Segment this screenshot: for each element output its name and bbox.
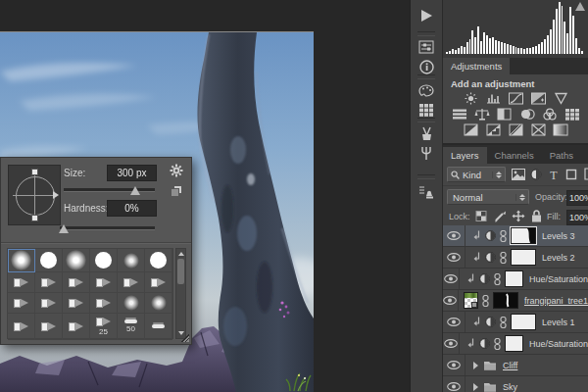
- popup-resize-grip[interactable]: [181, 334, 189, 342]
- layer-name[interactable]: Cliff: [503, 361, 517, 370]
- layer-name[interactable]: Levels 3: [542, 231, 575, 241]
- layer-mask-thumbnail[interactable]: [511, 227, 536, 244]
- brush-preset-5[interactable]: [118, 249, 145, 272]
- mask-link-icon[interactable]: [500, 230, 507, 242]
- eye-icon[interactable]: [443, 290, 459, 311]
- mask-link-icon[interactable]: [500, 317, 507, 328]
- brush-preset-18[interactable]: [145, 293, 172, 314]
- group-expand-icon[interactable]: [473, 362, 478, 369]
- eye-icon[interactable]: [443, 376, 466, 392]
- mask-link-icon[interactable]: [494, 273, 501, 285]
- layer-row-levels-2[interactable]: Levels 2: [443, 247, 588, 269]
- brush-presets-icon[interactable]: [416, 123, 437, 143]
- fill-value[interactable]: 100%: [566, 210, 588, 225]
- brush-angle-preview[interactable]: [8, 165, 61, 225]
- brush-preset-16[interactable]: [90, 293, 118, 314]
- layer-row-cliff[interactable]: Cliff: [443, 355, 588, 376]
- threshold-icon[interactable]: [508, 123, 524, 136]
- layer-mask-thumbnail[interactable]: [511, 314, 536, 330]
- layer-name[interactable]: Hue/Saturation: [529, 274, 588, 284]
- gradient-map-icon[interactable]: [553, 123, 569, 136]
- brush-preset-12[interactable]: [145, 272, 172, 293]
- play-icon[interactable]: [416, 6, 437, 25]
- histogram-warning-icon[interactable]: [575, 2, 585, 11]
- hardness-slider[interactable]: [60, 226, 155, 230]
- eye-icon[interactable]: [443, 333, 460, 354]
- group-expand-icon[interactable]: [473, 383, 478, 391]
- lock-all-icon[interactable]: [529, 210, 543, 222]
- gear-icon[interactable]: [170, 164, 183, 181]
- roundness-handle-bottom[interactable]: [31, 215, 38, 221]
- shape-layer-filter-icon[interactable]: [564, 168, 578, 180]
- scroll-up-icon[interactable]: [178, 252, 184, 256]
- tool-presets-icon[interactable]: [416, 143, 437, 163]
- roundness-handle-top[interactable]: [31, 169, 38, 175]
- layer-name[interactable]: Levels 1: [542, 318, 575, 327]
- filter-kind-dropdown[interactable]: Kind: [447, 167, 506, 182]
- brush-preset-19[interactable]: [8, 314, 35, 340]
- size-value-field[interactable]: 300 px: [107, 165, 157, 181]
- opacity-value[interactable]: 100%: [566, 190, 588, 206]
- layer-mask-thumbnail[interactable]: [493, 292, 518, 309]
- adjustment-layer-icon[interactable]: [479, 273, 490, 284]
- info-icon[interactable]: [416, 57, 437, 76]
- brush-preset-1[interactable]: [8, 249, 35, 272]
- eye-icon[interactable]: [443, 269, 460, 289]
- hardness-slider-thumb[interactable]: [59, 224, 69, 233]
- adjustment-layer-icon[interactable]: [485, 252, 496, 263]
- brush-preset-13[interactable]: [8, 293, 35, 314]
- color-lookup-icon[interactable]: [564, 108, 580, 121]
- brush-preset-10[interactable]: [90, 272, 118, 293]
- brush-preset-21[interactable]: [63, 314, 90, 340]
- brush-preset-3[interactable]: [63, 249, 90, 272]
- tab-channels[interactable]: Channels: [487, 147, 542, 164]
- black-white-icon[interactable]: [496, 108, 513, 121]
- layer-mask-thumbnail[interactable]: [505, 270, 523, 287]
- eye-icon[interactable]: [443, 312, 466, 332]
- eye-icon[interactable]: [443, 355, 466, 375]
- brush-preset-24[interactable]: [145, 314, 172, 340]
- layer-row-levels-1[interactable]: Levels 1: [443, 312, 588, 333]
- blend-mode-dropdown[interactable]: Normal: [447, 189, 529, 205]
- swatches-icon[interactable]: [416, 80, 437, 100]
- layer-row-sky[interactable]: Sky: [443, 376, 588, 392]
- brush-preset-7[interactable]: [8, 272, 35, 293]
- new-preset-icon[interactable]: [171, 183, 182, 201]
- layer-row-hue-saturation[interactable]: Hue/Saturation: [443, 333, 588, 355]
- adjustment-layer-icon[interactable]: [479, 338, 490, 349]
- brush-preset-8[interactable]: [35, 272, 63, 293]
- exposure-icon[interactable]: [530, 92, 547, 105]
- angle-pointer[interactable]: [53, 191, 59, 199]
- selective-color-icon[interactable]: [530, 123, 547, 136]
- layer-row-frangipani-tree1[interactable]: frangipani_tree1: [443, 290, 588, 312]
- brush-preset-23[interactable]: 50: [118, 314, 145, 340]
- smart-object-filter-icon[interactable]: [582, 168, 588, 180]
- color-balance-icon[interactable]: [473, 108, 490, 121]
- tab-paths[interactable]: Paths: [542, 147, 581, 164]
- brush-preset-15[interactable]: [63, 293, 90, 314]
- brush-preset-17[interactable]: [118, 293, 145, 314]
- layer-mask-thumbnail[interactable]: [511, 249, 536, 266]
- adjustment-layer-filter-icon[interactable]: [529, 168, 543, 180]
- size-slider-thumb[interactable]: [130, 186, 140, 195]
- brush-grid-scrollbar[interactable]: [175, 248, 186, 339]
- eye-icon[interactable]: [443, 247, 466, 268]
- scrollbar-thumb[interactable]: [177, 259, 184, 284]
- photo-filter-icon[interactable]: [518, 108, 535, 121]
- layer-row-hue-saturation[interactable]: Hue/Saturation: [443, 269, 588, 290]
- tab-adjustments[interactable]: Adjustments: [443, 58, 510, 74]
- layer-name[interactable]: Hue/Saturation: [529, 339, 588, 349]
- levels-icon[interactable]: [485, 92, 502, 105]
- lock-position-icon[interactable]: [512, 210, 525, 222]
- adjustment-layer-icon[interactable]: [485, 230, 496, 241]
- mask-link-icon[interactable]: [482, 295, 489, 307]
- posterize-icon[interactable]: [485, 123, 502, 136]
- layer-mask-thumbnail[interactable]: [505, 335, 523, 352]
- layer-name[interactable]: frangipani_tree1: [524, 296, 588, 306]
- invert-icon[interactable]: [463, 123, 479, 136]
- layer-thumbnail[interactable]: [464, 292, 478, 309]
- lock-pixels-icon[interactable]: [494, 210, 508, 222]
- mask-link-icon[interactable]: [500, 252, 507, 264]
- mask-link-icon[interactable]: [494, 338, 501, 350]
- vibrance-icon[interactable]: [553, 92, 569, 105]
